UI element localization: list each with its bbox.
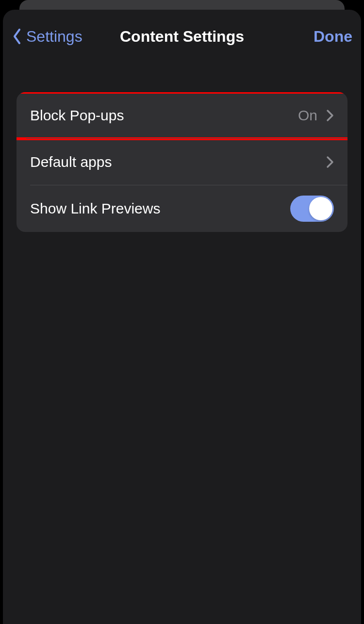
back-label: Settings (26, 28, 83, 46)
default-apps-row[interactable]: Default apps (17, 139, 347, 185)
content-area: Block Pop-ups On Default apps (3, 63, 361, 232)
block-popups-row[interactable]: Block Pop-ups On (17, 92, 347, 139)
default-apps-label: Default apps (30, 154, 112, 170)
page-title: Content Settings (120, 28, 244, 46)
link-previews-label: Show Link Previews (30, 200, 160, 217)
chevron-right-icon (326, 156, 334, 168)
navigation-bar: Settings Content Settings Done (3, 10, 361, 63)
settings-group: Block Pop-ups On Default apps (17, 92, 347, 232)
link-previews-toggle[interactable] (290, 196, 334, 222)
link-previews-row: Show Link Previews (17, 185, 347, 232)
settings-sheet: Settings Content Settings Done Block Pop… (3, 10, 361, 624)
back-button[interactable]: Settings (12, 28, 83, 46)
row-trailing (326, 156, 334, 168)
chevron-right-icon (326, 109, 334, 122)
block-popups-value: On (298, 107, 317, 124)
row-trailing: On (298, 107, 334, 124)
done-button[interactable]: Done (314, 28, 352, 46)
block-popups-label: Block Pop-ups (30, 107, 124, 124)
toggle-knob (309, 197, 332, 220)
chevron-left-icon (12, 28, 22, 45)
